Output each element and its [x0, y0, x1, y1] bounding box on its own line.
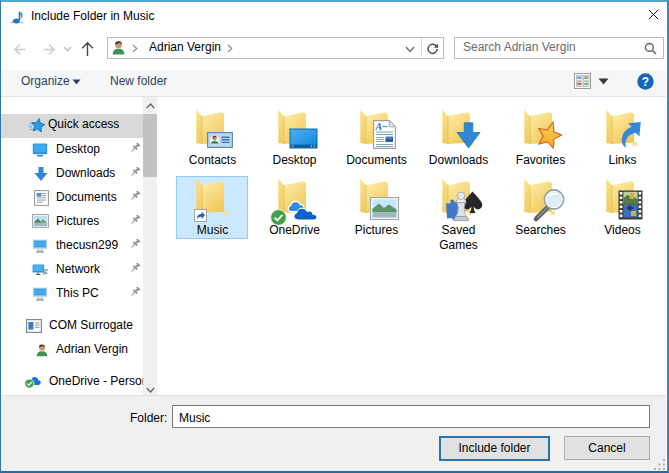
svg-text:A: A: [375, 121, 383, 132]
svg-text:?: ?: [642, 75, 649, 89]
